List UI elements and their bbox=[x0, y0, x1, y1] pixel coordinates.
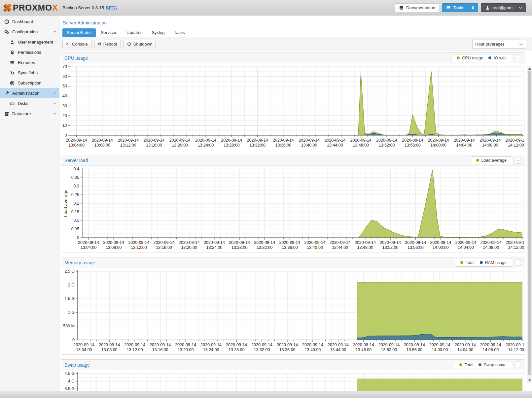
svg-text:20: 20 bbox=[62, 114, 67, 118]
svg-text:0.1: 0.1 bbox=[74, 218, 79, 223]
legend-dot-icon bbox=[479, 363, 481, 366]
svg-text:2020-09-14: 2020-09-14 bbox=[143, 138, 164, 143]
svg-text:14:12:00: 14:12:00 bbox=[508, 245, 524, 250]
legend-item[interactable]: Load average bbox=[474, 158, 509, 163]
chart-body: 0500 M1 G1.5 G2 G2.5 G3 G3.5 G4 G4.5 G20… bbox=[61, 370, 524, 391]
legend-item[interactable]: Total bbox=[457, 363, 476, 367]
proxmox-x-icon: ✖ bbox=[3, 2, 12, 13]
beta-link[interactable]: BETA bbox=[106, 5, 117, 10]
reboot-button[interactable]: ↺ Reboot bbox=[94, 40, 121, 48]
collapse-chart-button[interactable]: – bbox=[514, 54, 521, 61]
sidebar-item-disks[interactable]: Disks ▸ bbox=[0, 98, 59, 109]
chevron-down-icon: ▾ bbox=[54, 91, 56, 95]
svg-text:13:04:00: 13:04:00 bbox=[76, 348, 92, 352]
task-list-icon bbox=[446, 5, 451, 10]
svg-text:0: 0 bbox=[65, 133, 67, 138]
legend-label: IO wait bbox=[494, 56, 507, 60]
console-button[interactable]: >_ Console bbox=[62, 40, 91, 48]
svg-text:13:04:00: 13:04:00 bbox=[81, 245, 97, 250]
documentation-button[interactable]: Documentation bbox=[395, 3, 439, 12]
svg-text:13:04:00: 13:04:00 bbox=[68, 143, 85, 148]
sidebar-item-permissions[interactable]: Permissions bbox=[0, 47, 59, 57]
svg-text:2020-09-14: 2020-09-14 bbox=[99, 343, 120, 347]
legend-dot-icon bbox=[457, 56, 460, 59]
legend-label: Total bbox=[466, 260, 474, 265]
svg-text:1.5 G: 1.5 G bbox=[64, 296, 75, 301]
svg-text:14:04:00: 14:04:00 bbox=[457, 348, 473, 352]
svg-text:0.4: 0.4 bbox=[74, 167, 79, 171]
tab-serverstatus[interactable]: ServerStatus bbox=[62, 28, 96, 37]
svg-text:60: 60 bbox=[62, 74, 67, 79]
sidebar-item-datastore[interactable]: Datastore ▾ bbox=[0, 109, 59, 119]
svg-text:2020-09-14: 2020-09-14 bbox=[378, 343, 400, 347]
page-title: Server Administration bbox=[60, 16, 532, 28]
chart-plot-server-load: 00.050.10.150.20.250.30.350.42020-09-141… bbox=[61, 166, 524, 252]
shutdown-button[interactable]: Shutdown bbox=[124, 40, 156, 48]
sidebar-item-user-management[interactable]: User Management bbox=[0, 37, 59, 47]
svg-text:2020-09-14: 2020-09-14 bbox=[430, 240, 451, 245]
svg-text:2020-09-14: 2020-09-14 bbox=[175, 343, 196, 347]
collapse-chart-button[interactable]: – bbox=[514, 259, 521, 266]
sidebar-item-administration[interactable]: Administration ▾ bbox=[0, 88, 59, 98]
sidebar-item-remotes[interactable]: Remotes bbox=[0, 57, 59, 68]
timeframe-select[interactable]: Hour (average) bbox=[472, 40, 526, 49]
svg-text:2020-09-14: 2020-09-14 bbox=[428, 138, 449, 143]
svg-text:13:16:00: 13:16:00 bbox=[146, 143, 162, 148]
collapse-chart-button[interactable]: – bbox=[514, 361, 521, 368]
svg-text:13:28:00: 13:28:00 bbox=[224, 143, 240, 148]
tasks-button[interactable]: Tasks 0 bbox=[442, 3, 478, 12]
svg-text:2 G: 2 G bbox=[68, 283, 75, 287]
svg-text:2020-09-14: 2020-09-14 bbox=[279, 240, 300, 245]
svg-text:1 G: 1 G bbox=[68, 310, 75, 315]
tab-tasks[interactable]: Tasks bbox=[169, 28, 189, 37]
svg-text:2020-09-14: 2020-09-14 bbox=[229, 240, 250, 245]
scrollbar-thumb[interactable] bbox=[528, 71, 531, 375]
tab-services[interactable]: Services bbox=[96, 28, 122, 37]
svg-text:2020-09-14: 2020-09-14 bbox=[273, 138, 294, 143]
svg-text:13:20:00: 13:20:00 bbox=[178, 348, 194, 352]
svg-text:2020-09-14: 2020-09-14 bbox=[454, 138, 475, 143]
legend-label: Load average bbox=[481, 158, 507, 163]
legend-item[interactable]: RAM usage bbox=[477, 260, 509, 265]
svg-text:2020-09-14: 2020-09-14 bbox=[302, 343, 323, 347]
legend-item[interactable]: IO wait bbox=[486, 56, 509, 60]
svg-text:2020-09-14: 2020-09-14 bbox=[226, 343, 247, 347]
book-icon bbox=[399, 5, 404, 10]
svg-text:13:08:00: 13:08:00 bbox=[106, 245, 122, 250]
collapse-chart-button[interactable]: – bbox=[514, 157, 521, 164]
sidebar-item-subscription[interactable]: Subscription bbox=[0, 78, 59, 88]
legend-item[interactable]: Total bbox=[458, 260, 477, 265]
svg-text:4.5 G: 4.5 G bbox=[64, 371, 75, 376]
sidebar-item-dashboard[interactable]: Dashboard bbox=[0, 17, 59, 27]
legend-dot-icon bbox=[460, 261, 463, 264]
user-menu-button[interactable]: root@pam bbox=[481, 3, 526, 12]
sidebar: Dashboard Configuration ▾ User Managemen… bbox=[0, 16, 59, 391]
chart-title: CPU usage bbox=[64, 55, 451, 61]
svg-text:3.5 G: 3.5 G bbox=[64, 386, 75, 391]
svg-text:2020-09-14: 2020-09-14 bbox=[330, 240, 351, 245]
legend-item[interactable]: CPU usage bbox=[454, 56, 486, 60]
sidebar-item-configuration[interactable]: Configuration ▾ bbox=[0, 27, 59, 37]
tab-syslog[interactable]: Syslog bbox=[147, 28, 169, 37]
chart-plot-swap-usage: 0500 M1 G1.5 G2 G2.5 G3 G3.5 G4 G4.5 G20… bbox=[61, 370, 524, 391]
legend-item[interactable]: Swap usage bbox=[476, 363, 509, 367]
svg-text:2020-09-14: 2020-09-14 bbox=[254, 240, 275, 245]
scroll-up-button[interactable] bbox=[527, 66, 532, 71]
tab-updates[interactable]: Updates bbox=[122, 28, 147, 37]
legend-label: Total bbox=[465, 363, 473, 367]
svg-text:2020-09-14: 2020-09-14 bbox=[92, 138, 113, 143]
charts-region: CPU usageCPU usageIO wait–01020304050607… bbox=[60, 50, 527, 391]
svg-text:14:08:00: 14:08:00 bbox=[482, 348, 499, 352]
unlock-icon bbox=[10, 50, 15, 55]
svg-text:13:32:00: 13:32:00 bbox=[249, 143, 266, 148]
svg-text:13:48:00: 13:48:00 bbox=[357, 245, 373, 250]
svg-text:13:44:00: 13:44:00 bbox=[332, 245, 348, 250]
chart-panel-swap-usage: Swap usageTotalSwap usage–0500 M1 G1.5 G… bbox=[61, 359, 524, 391]
scroll-down-button[interactable] bbox=[527, 378, 532, 383]
svg-text:2020-09-14: 2020-09-14 bbox=[150, 343, 171, 347]
chart-legend: Load average bbox=[471, 156, 512, 164]
sidebar-item-sync-jobs[interactable]: ↻ Sync Jobs bbox=[0, 68, 59, 78]
legend-dot-icon bbox=[459, 363, 462, 366]
vertical-scrollbar[interactable] bbox=[527, 66, 532, 383]
svg-text:2020-09-14: 2020-09-14 bbox=[221, 138, 242, 143]
